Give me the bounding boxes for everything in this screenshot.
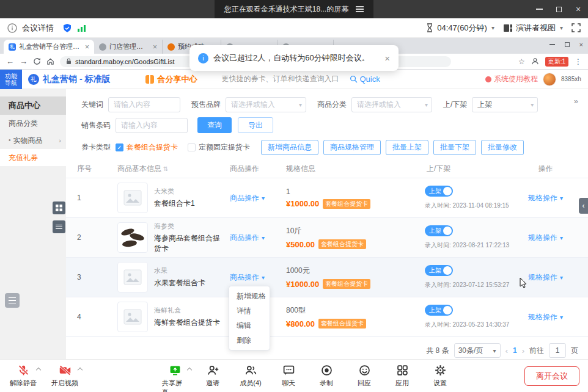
shelf-select[interactable]: 上架 ▾ [472,97,538,112]
menu-item-edit[interactable]: 编辑 [229,318,270,333]
product-action-link[interactable]: 商品操作▾ [230,193,265,203]
search-button[interactable]: 查询 [197,117,232,133]
tutorial-link[interactable]: 系统使用教程 [485,74,538,84]
minimize-button[interactable] [529,0,549,18]
back-icon[interactable]: ← [6,57,14,66]
apps-button[interactable]: 应用 [389,364,415,392]
fullscreen-icon[interactable] [571,23,581,32]
collapse-filters-icon[interactable]: » [574,96,578,106]
barcode-input[interactable] [116,118,188,133]
shelf-toggle[interactable]: 上架 [425,225,453,236]
start-video-button[interactable]: 开启视频 [51,364,78,388]
tab-close-icon[interactable]: × [85,43,89,51]
invite-button[interactable]: 邀请 [200,364,226,392]
close-button[interactable]: × [568,0,588,18]
pagination: 共 8 条 30条/页 ▾ ‹ 1 › 前往 页 [66,343,588,358]
tab-close-icon[interactable]: × [153,43,157,51]
spec-action-link[interactable]: 规格操作▾ [528,312,563,322]
product-action-link-open[interactable]: 商品操作▾ [230,272,265,283]
settings-button[interactable]: 设置 [427,364,453,392]
refresh-icon[interactable] [33,57,41,65]
page-size-select[interactable]: 30条/页 ▾ [454,343,501,358]
spec-action-link[interactable]: 规格操作▾ [528,272,563,283]
batch-on-shelf-button[interactable]: 批量上架 [386,140,428,155]
security-shield-icon[interactable] [62,23,72,33]
reaction-button[interactable]: 回应 [351,364,377,392]
browser-update-badge[interactable]: 更新:1 [545,57,568,67]
function-nav-button[interactable]: 功能 导航 [0,70,22,89]
network-signal-icon[interactable] [77,24,86,32]
browser-menu-icon[interactable]: ⋮ [575,57,582,66]
avatar[interactable] [543,73,556,86]
browser-maximize-icon[interactable] [565,42,570,47]
sidebar-item-physical-goods[interactable]: • 实物商品 › [0,132,66,149]
members-button[interactable]: 成员(4) [238,364,263,392]
view-mode-switch[interactable]: 演讲者视图 ▾ [503,23,563,34]
panel-collapse-tab[interactable]: ‹ [579,198,588,214]
spec-action-link[interactable]: 规格操作▾ [528,233,563,243]
browser-close-icon[interactable]: × [579,41,583,48]
banner-menu-icon[interactable] [356,5,364,14]
unmute-button[interactable]: 解除静音 [10,364,37,388]
float-menu-icon[interactable] [53,220,65,233]
sort-icon[interactable]: ⇅ [163,165,168,172]
home-icon[interactable] [46,57,54,65]
url-text: standard.maboy.cn/GoodsGiftList [75,58,174,65]
float-grid-icon[interactable] [53,201,65,214]
card-type-tag: 套餐组合提货卡 [323,199,370,209]
export-button[interactable]: 导出 [238,117,273,133]
share-center-link[interactable]: 合分享中心 [145,74,197,85]
quick-hint-text: 更快捷的券卡、订单和快递查询入口 [221,74,339,84]
forward-icon[interactable]: → [20,57,28,66]
combo-card-checkbox[interactable]: ✓ [116,143,123,151]
keyword-input[interactable] [108,97,180,112]
batch-off-shelf-button[interactable]: 批量下架 [433,140,476,155]
mic-options-chevron[interactable] [36,368,41,372]
chat-button[interactable]: 聊天 [276,364,301,392]
meeting-timer[interactable]: 04:47(60分钟) ▾ [425,23,494,34]
browser-tab-active[interactable]: 礼 礼盒营销平台管理中心 × [4,40,94,54]
next-page-icon[interactable]: › [522,346,524,355]
category-select[interactable]: 请选择或输入 ▾ [351,97,432,112]
fixed-card-checkbox[interactable] [188,143,196,151]
goto-page-input[interactable] [549,343,566,358]
sidebar-item-recharge-coupon[interactable]: 充值礼券 [0,149,66,166]
shelf-toggle[interactable]: 上架 [425,305,453,316]
sidebar-section-title: 商品中心 [0,96,66,115]
shelf-toggle[interactable]: 上架 [425,265,453,276]
sidebar-item-goods-category[interactable]: 商品分类 [0,115,66,132]
batch-edit-button[interactable]: 批量修改 [481,140,524,155]
record-button[interactable]: 录制 [314,364,339,392]
sidebar-widget-icon[interactable] [5,293,20,308]
add-goods-button[interactable]: 新增商品信息 [261,140,318,155]
menu-item-add-spec[interactable]: 新增规格 [229,289,270,303]
share-options-chevron[interactable] [187,368,192,372]
spec-action-link[interactable]: 规格操作▾ [528,193,563,203]
share-screen-button[interactable]: 共享屏幕 [162,364,188,392]
site-logo[interactable]: 礼 礼盒营销 - 标准版 [28,74,110,85]
current-page[interactable]: 1 [513,346,517,355]
browser-minimize-icon[interactable] [549,44,555,45]
fixed-card-checkbox-label[interactable]: 定额固定提货卡 [199,142,250,153]
product-action-dropdown: 新增规格 详情 编辑 删除 [229,286,270,350]
leave-meeting-button[interactable]: 离开会议 [524,366,579,386]
bookmark-star-icon[interactable]: ☆ [518,57,525,66]
tab-favicon: 礼 [9,43,16,51]
video-options-chevron[interactable] [78,368,83,372]
shelf-toggle[interactable]: 上架 [425,186,453,197]
maximize-button[interactable] [549,0,568,18]
profile-icon[interactable] [531,57,539,65]
brand-select[interactable]: 请选择或输入 ▾ [226,97,306,112]
menu-item-delete[interactable]: 删除 [229,333,270,347]
prev-page-icon[interactable]: ‹ [505,346,508,355]
combo-card-checkbox-label[interactable]: 套餐组合提货卡 [127,142,178,153]
toast-close-icon[interactable]: × [384,53,390,64]
menu-item-detail[interactable]: 详情 [229,303,270,318]
quick-search-link[interactable]: Quick [350,74,380,84]
site-header: 功能 导航 礼 礼盒营销 - 标准版 合分享中心 更快捷的券卡、订单和快递查询入… [0,70,588,89]
spec-manage-button[interactable]: 商品规格管理 [323,140,381,155]
meeting-detail-link[interactable]: 会议详情 [22,23,54,34]
shelf-label: 上/下架 [443,100,467,110]
product-action-link[interactable]: 商品操作▾ [230,233,265,243]
browser-tab[interactable]: 门店管理中心 × [94,40,163,54]
